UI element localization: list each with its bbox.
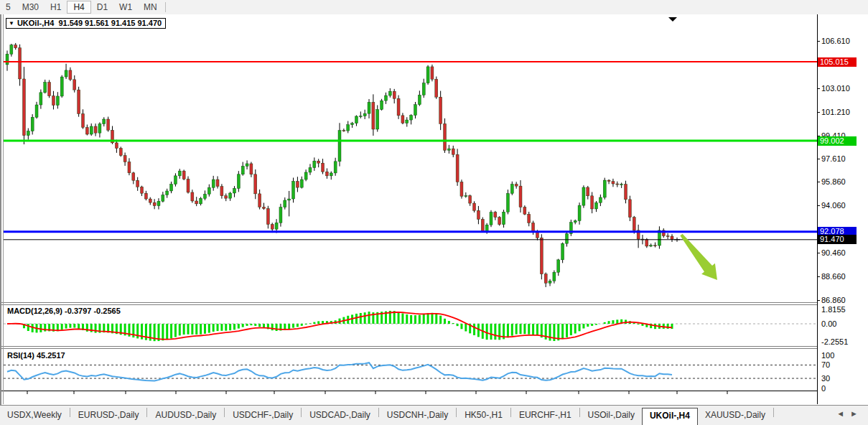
price-tick-mark [817,88,820,89]
bull-candle [549,281,551,283]
timeframe-button-d1[interactable]: D1 [91,1,113,14]
bear-candle [612,182,615,184]
bear-candle [325,172,328,176]
bull-candle [414,105,416,116]
tab-eurchf-h1[interactable]: EURCHF-,H1 [512,408,579,423]
price-badge: 99.002 [818,136,857,146]
tab-scroll-right-icon[interactable]: ► [850,409,864,418]
bull-candle [162,195,164,202]
collapse-icon[interactable]: ▼ [9,19,14,28]
toolbar-separator [165,2,166,12]
tab-scroll-left-icon[interactable]: ◄ [836,409,850,418]
bear-candle [633,218,635,230]
bear-candle [401,116,404,123]
tab-usdchf-daily[interactable]: USDCHF-,Daily [225,408,300,423]
bull-candle [212,179,215,187]
tab-hk50-h1[interactable]: HK50-,H1 [457,408,510,423]
timeframe-button-h4[interactable]: H4 [67,1,90,14]
bull-candle [422,83,425,95]
bull-candle [44,83,47,93]
chart-window[interactable]: ▼UKOil-,H4 91.549 91.561 91.415 91.470 M… [0,14,868,425]
bull-candle [313,161,316,167]
bear-candle [456,154,459,182]
bull-candle [447,149,450,150]
bear-candle [628,200,631,218]
bull-candle [595,202,598,209]
bull-candle [381,101,383,109]
mt4-terminal: 5M30H1H4D1W1MN ▼UKOil-,H4 91.549 91.561 … [0,0,868,425]
chart-shift-marker-icon[interactable] [668,17,677,22]
rsi-label: RSI(14) 45.2517 [7,351,65,360]
timeframe-button-mn[interactable]: MN [138,1,163,14]
bear-candle [191,192,194,201]
rsi-tick-label: 0 [821,384,826,393]
tab-usoil-daily[interactable]: USOil-,Daily [581,408,642,423]
bear-candle [372,102,375,129]
tab-eurusd-daily[interactable]: EURUSD-,Daily [71,408,146,423]
price-tick-label: 103.010 [821,84,850,93]
macd-label: MACD(12,26,9) -0.3797 -0.2565 [7,307,121,315]
bull-candle [233,188,235,193]
symbol-tabbar: USDX,WeeklyEURUSD-,DailyAUDUSD-,DailyUSD… [0,405,868,425]
macd-signal-line [7,312,672,340]
tab-scroll-arrows[interactable]: ◄► [836,409,864,418]
tab-usdcnh-daily[interactable]: USDCNH-,Daily [380,408,455,423]
bear-candle [149,199,151,202]
tab-usdx-weekly[interactable]: USDX,Weekly [0,408,69,423]
bull-candle [574,221,577,223]
bull-candle [60,77,63,96]
tab-separator [456,408,457,417]
tab-separator [773,408,774,417]
bull-candle [330,173,332,176]
bull-candle [603,180,606,197]
price-tick-mark [817,205,820,206]
tab-xauusd-daily[interactable]: XAUUSD-,Daily [698,408,773,423]
bear-candle [271,225,274,230]
bear-candle [123,156,126,162]
bull-candle [65,70,67,77]
bear-candle [136,180,139,187]
bull-candle [418,95,421,104]
bull-candle [406,120,409,123]
bull-candle [503,212,505,224]
bear-candle [460,182,463,196]
bear-candle [128,162,131,173]
price-tick-label: 88.660 [821,272,846,281]
bull-candle [288,199,291,200]
bull-candle [426,67,429,83]
price-tick-label: 106.610 [821,37,850,45]
bull-candle [388,91,391,95]
bear-candle [540,238,543,274]
bull-candle [650,246,653,246]
bear-candle [115,143,118,149]
bear-candle [452,149,454,154]
bear-candle [94,126,97,133]
timeframe-button-m30[interactable]: M30 [17,1,45,14]
tab-usdcad-daily[interactable]: USDCAD-,Daily [302,408,378,423]
bear-candle [393,91,396,98]
bull-candle [56,96,59,106]
chart-title-box: ▼UKOil-,H4 91.549 91.561 91.415 91.470 [6,18,166,29]
sell-arrow-annotation[interactable] [680,234,717,280]
timeframe-button-5[interactable]: 5 [0,1,17,14]
bear-candle [52,96,55,106]
bull-candle [510,185,513,194]
timeframe-button-w1[interactable]: W1 [113,1,138,14]
rsi-tick-label: 70 [821,360,830,369]
timeframe-button-h1[interactable]: H1 [45,1,67,14]
bear-candle [444,123,447,150]
bull-candle [157,201,160,205]
bull-candle [620,185,623,185]
bull-candle [338,131,341,162]
bear-candle [587,187,589,196]
bull-candle [174,176,177,185]
tab-ukoil-h4[interactable]: UKOil-,H4 [642,408,698,425]
tab-audusd-daily[interactable]: AUDUSD-,Daily [148,408,223,423]
bear-candle [73,80,76,90]
tab-separator [378,408,379,417]
rsi-tick-label: 100 [821,351,834,360]
bear-candle [258,194,261,207]
timeframe-toolbar: 5M30H1H4D1W1MN [0,0,868,15]
price-chart-plot[interactable] [1,14,818,425]
bear-candle [536,233,538,238]
